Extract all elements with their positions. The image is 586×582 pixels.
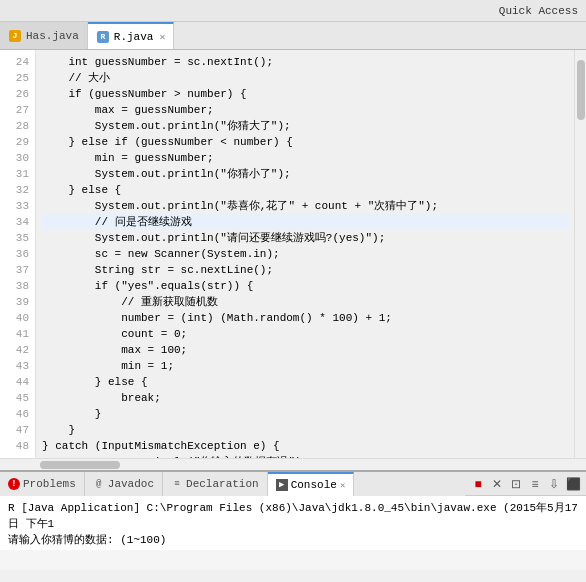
toolbar-btn-3[interactable]: ≡ — [526, 475, 544, 493]
line-number: 47 — [4, 422, 29, 438]
toolbar-btn-2[interactable]: ⊡ — [507, 475, 525, 493]
console-output: R [Java Application] C:\Program Files (x… — [0, 496, 586, 550]
code-line: } — [42, 422, 570, 438]
code-line: if (guessNumber > number) { — [42, 86, 570, 102]
console-line: 请输入你猜博的数据: (1~100) — [8, 532, 578, 548]
code-line: min = guessNumber; — [42, 150, 570, 166]
code-line: } else { — [42, 374, 570, 390]
code-line: System.out.println("你输入的数据有误"); — [42, 454, 570, 458]
line-number: 48 — [4, 438, 29, 454]
line-number: 25 — [4, 70, 29, 86]
tab-has-java-label: Has.java — [26, 30, 79, 42]
line-number: 46 — [4, 406, 29, 422]
code-line: max = 100; — [42, 342, 570, 358]
tab-problems-label: Problems — [23, 478, 76, 490]
editor-tab-bar: J Has.java R R.java ✕ — [0, 22, 586, 50]
tab-console-label: Console — [291, 479, 337, 491]
line-number: 45 — [4, 390, 29, 406]
line-number: 30 — [4, 150, 29, 166]
code-line: // 问是否继续游戏 — [42, 214, 570, 230]
horizontal-scrollbar[interactable] — [0, 458, 586, 470]
has-java-icon: J — [8, 29, 22, 43]
code-line: min = 1; — [42, 358, 570, 374]
vertical-scrollbar[interactable] — [574, 50, 586, 458]
line-number: 43 — [4, 358, 29, 374]
code-line: System.out.println("恭喜你,花了" + count + "次… — [42, 198, 570, 214]
tab-r-java-close[interactable]: ✕ — [159, 31, 165, 43]
declaration-icon: ≡ — [171, 478, 183, 490]
line-number: 35 — [4, 230, 29, 246]
code-line: sc = new Scanner(System.in); — [42, 246, 570, 262]
editor-main: 2425262728293031323334353637383940414243… — [0, 50, 586, 458]
code-line: if ("yes".equals(str)) { — [42, 278, 570, 294]
line-number: 32 — [4, 182, 29, 198]
code-line: } — [42, 406, 570, 422]
code-line: number = (int) (Math.random() * 100) + 1… — [42, 310, 570, 326]
code-line: break; — [42, 390, 570, 406]
stop-button[interactable]: ■ — [469, 475, 487, 493]
bottom-tab-bar: ! Problems @ Javadoc ≡ Declaration ▶ Con… — [0, 472, 465, 496]
code-line: count = 0; — [42, 326, 570, 342]
tab-has-java[interactable]: J Has.java — [0, 22, 88, 49]
tab-console[interactable]: ▶ Console ✕ — [268, 472, 355, 496]
console-line: R [Java Application] C:\Program Files (x… — [8, 500, 578, 532]
console-toolbar: ■ ✕ ⊡ ≡ ⇩ ⬛ — [465, 472, 586, 495]
line-number: 27 — [4, 102, 29, 118]
tab-r-java[interactable]: R R.java ✕ — [88, 22, 175, 49]
line-number: 29 — [4, 134, 29, 150]
line-number: 36 — [4, 246, 29, 262]
line-number: 24 — [4, 54, 29, 70]
r-java-icon: R — [96, 30, 110, 44]
code-line: } catch (InputMismatchException e) { — [42, 438, 570, 454]
toolbar-btn-4[interactable]: ⇩ — [545, 475, 563, 493]
line-number: 39 — [4, 294, 29, 310]
line-number: 44 — [4, 374, 29, 390]
code-line: System.out.println("你猜小了"); — [42, 166, 570, 182]
code-line: System.out.println("请问还要继续游戏吗?(yes)"); — [42, 230, 570, 246]
line-number: 26 — [4, 86, 29, 102]
code-line: System.out.println("你猜大了"); — [42, 118, 570, 134]
line-number: 40 — [4, 310, 29, 326]
code-line: int guessNumber = sc.nextInt(); — [42, 54, 570, 70]
line-number: 38 — [4, 278, 29, 294]
line-numbers: 2425262728293031323334353637383940414243… — [0, 50, 36, 458]
line-number: 28 — [4, 118, 29, 134]
tab-declaration[interactable]: ≡ Declaration — [163, 472, 268, 496]
scrollbar-thumb-v[interactable] — [577, 60, 585, 120]
line-number: 37 — [4, 262, 29, 278]
code-line: } else { — [42, 182, 570, 198]
code-line: } else if (guessNumber < number) { — [42, 134, 570, 150]
quick-access-label: Quick Access — [499, 5, 578, 17]
console-icon: ▶ — [276, 479, 288, 491]
code-line: String str = sc.nextLine(); — [42, 262, 570, 278]
toolbar-btn-5[interactable]: ⬛ — [564, 475, 582, 493]
scrollbar-thumb-h[interactable] — [40, 461, 120, 469]
line-number: 42 — [4, 342, 29, 358]
code-line: max = guessNumber; — [42, 102, 570, 118]
editor-wrapper: 2425262728293031323334353637383940414243… — [0, 50, 586, 470]
tab-r-java-label: R.java — [114, 31, 154, 43]
tab-javadoc[interactable]: @ Javadoc — [85, 472, 163, 496]
code-line: // 大小 — [42, 70, 570, 86]
problems-icon: ! — [8, 478, 20, 490]
tab-problems[interactable]: ! Problems — [0, 472, 85, 496]
javadoc-icon: @ — [93, 478, 105, 490]
tab-javadoc-label: Javadoc — [108, 478, 154, 490]
code-line: // 重新获取随机数 — [42, 294, 570, 310]
tab-declaration-label: Declaration — [186, 478, 259, 490]
bottom-panel: ! Problems @ Javadoc ≡ Declaration ▶ Con… — [0, 470, 586, 570]
code-content[interactable]: int guessNumber = sc.nextInt(); // 大小 if… — [36, 50, 574, 458]
line-number: 31 — [4, 166, 29, 182]
line-number: 41 — [4, 326, 29, 342]
tab-console-close[interactable]: ✕ — [340, 480, 345, 491]
line-number: 33 — [4, 198, 29, 214]
line-number: 34 — [4, 214, 29, 230]
toolbar-btn-1[interactable]: ✕ — [488, 475, 506, 493]
top-bar: Quick Access — [0, 0, 586, 22]
